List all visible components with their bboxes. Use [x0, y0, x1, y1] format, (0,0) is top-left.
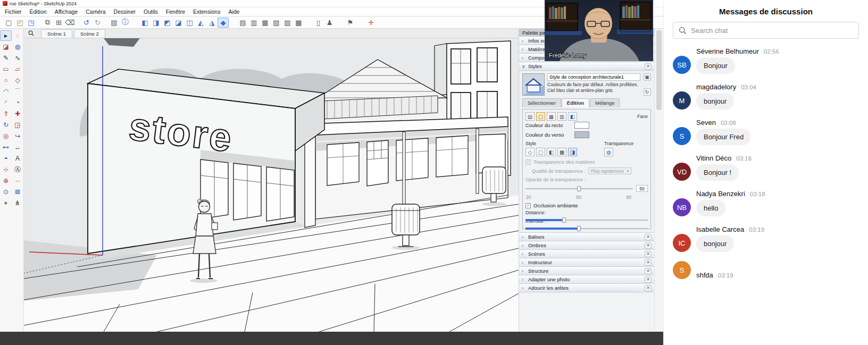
scene-tab-1[interactable]: Scène 1 — [41, 29, 72, 38]
close-icon[interactable]: ✕ — [645, 285, 652, 291]
menu-item[interactable]: Outils — [144, 9, 158, 15]
tray-panel-header[interactable]: › Instructeur ✕ — [519, 258, 654, 267]
ambient-occlusion-checkbox[interactable]: ✓ — [525, 203, 531, 208]
view-tool-1-icon[interactable]: ▤ — [237, 18, 248, 28]
shaded-style-icon[interactable]: ◧ — [547, 148, 556, 156]
update-style-button[interactable]: ▣ — [644, 73, 651, 81]
axes-icon[interactable]: ⊹ — [0, 164, 12, 175]
pie-tool-icon[interactable]: ◔ — [12, 97, 23, 108]
scene-tab-2[interactable]: Scène 2 — [74, 29, 105, 38]
open-file-icon[interactable]: ◰ — [14, 18, 26, 28]
arc-tool-icon[interactable]: ◠ — [0, 86, 12, 97]
offset-tool-icon[interactable]: ◎ — [0, 131, 12, 141]
eraser-tool-icon[interactable]: ◪ — [0, 41, 12, 52]
circle-tool-icon[interactable]: ○ — [0, 75, 12, 86]
shape-tool-tube-icon[interactable]: ◮ — [206, 18, 218, 28]
follow-me-tool-icon[interactable]: ↪ — [12, 131, 23, 141]
paint-bucket-tool-icon[interactable]: ◍ — [12, 41, 23, 52]
rotated-rectangle-tool-icon[interactable]: ▱ — [12, 64, 23, 74]
tray-panel-header[interactable]: › Scènes ✕ — [519, 250, 654, 258]
line-tool-icon[interactable]: ✎ — [0, 53, 12, 63]
component-person-icon[interactable]: ♟ — [324, 18, 335, 28]
close-icon[interactable]: ✕ — [645, 63, 652, 70]
rectangle-tool-icon[interactable]: ▭ — [0, 64, 12, 74]
tray-scrollbar-thumb[interactable] — [656, 30, 662, 110]
position-camera-tool-icon[interactable]: ⌖ — [0, 198, 12, 208]
protractor-tool-icon[interactable]: ◓ — [0, 153, 12, 164]
tray-panel-header[interactable]: › Adapter une photo ✕ — [519, 275, 654, 284]
tray-panel-header[interactable]: › Structure ✕ — [519, 267, 654, 275]
new-file-icon[interactable]: ▢ — [3, 18, 14, 28]
text-note-icon[interactable]: ▯ — [313, 18, 324, 28]
menu-item[interactable]: Aide — [228, 9, 239, 15]
move-tool-icon[interactable]: ✚ — [12, 108, 23, 119]
menu-item[interactable]: Extensions — [193, 9, 220, 15]
tray-panel-header[interactable]: › Balises ✕ — [519, 233, 654, 241]
menu-item[interactable]: Fenêtre — [166, 9, 185, 15]
select-tool-icon[interactable]: ▸ — [0, 30, 12, 41]
menu-item[interactable]: Dessiner — [114, 9, 136, 15]
undo-icon[interactable]: ↺ — [81, 18, 92, 28]
print-icon[interactable]: ▤ — [108, 18, 120, 28]
menu-item[interactable]: Affichage — [55, 9, 78, 15]
tape-measure-tool-icon[interactable]: ⊷ — [0, 142, 12, 153]
intensity-slider-thumb[interactable] — [577, 226, 581, 231]
geolocation-pin-icon[interactable]: ⚑ — [345, 18, 356, 28]
redo-icon[interactable]: ↻ — [92, 18, 103, 28]
shape-tool-wedge-icon[interactable]: ◩ — [162, 18, 173, 28]
push-pull-tool-icon[interactable]: ⇑ — [0, 108, 12, 119]
view-tool-5-icon[interactable]: ▨ — [282, 18, 293, 28]
close-icon[interactable]: ✕ — [645, 242, 652, 249]
view-tool-3-icon[interactable]: ▦ — [260, 18, 271, 28]
dimension-tool-icon[interactable]: ↔ — [12, 142, 23, 153]
menu-item[interactable]: Édition — [30, 9, 47, 15]
monochrome-style-icon[interactable]: ◨ — [568, 148, 577, 156]
close-icon[interactable]: ✕ — [645, 251, 652, 257]
transparency-quality-select[interactable]: Plus rapidement ▾ — [588, 167, 631, 174]
tab-edition[interactable]: Édition — [562, 98, 589, 107]
close-icon[interactable]: ✕ — [645, 276, 652, 283]
3d-viewport[interactable]: store — [24, 38, 519, 332]
view-tool-2-icon[interactable]: ▥ — [248, 18, 260, 28]
front-color-swatch[interactable] — [574, 122, 589, 129]
two-point-arc-tool-icon[interactable]: ⌒ — [12, 86, 23, 97]
polygon-tool-icon[interactable]: ◇ — [12, 75, 23, 86]
text-tool-icon[interactable]: A — [12, 153, 23, 164]
save-icon[interactable]: ◳ — [26, 18, 37, 28]
shape-tool-pyramid-icon[interactable]: ◭ — [195, 18, 206, 28]
model-info-icon[interactable]: ⓘ — [120, 18, 131, 28]
rotate-tool-icon[interactable]: ↻ — [0, 120, 12, 130]
refresh-style-button[interactable]: ↻ — [644, 88, 651, 96]
zoom-tool-icon[interactable]: ⊙ — [0, 187, 12, 197]
wireframe-style-icon[interactable]: ◇ — [525, 148, 535, 156]
material-transparency-checkbox[interactable]: ✓ — [525, 159, 531, 165]
shape-tool-box-icon[interactable]: ◧ — [139, 18, 151, 28]
menu-item[interactable]: Caméra — [86, 9, 105, 15]
back-color-swatch[interactable] — [574, 131, 589, 138]
tab-selectionner[interactable]: Sélectionner — [522, 98, 561, 107]
menu-item[interactable]: Fichier — [5, 9, 22, 15]
opacity-value[interactable]: 50 — [636, 185, 648, 192]
shape-tool-cone-icon[interactable]: ◫ — [184, 18, 195, 28]
shape-tool-cylinder-icon[interactable]: ◨ — [151, 18, 162, 28]
orbit-tool-icon[interactable]: ⊕ — [0, 175, 12, 186]
styles-panel-header[interactable]: ∨ Styles ✕ — [519, 62, 654, 71]
freehand-tool-icon[interactable]: ∿ — [12, 53, 23, 63]
tray-scrollbar[interactable] — [654, 29, 663, 332]
style-thumbnail[interactable] — [522, 73, 545, 96]
view-tool-4-icon[interactable]: ▧ — [271, 18, 282, 28]
opacity-slider-thumb[interactable] — [577, 186, 581, 191]
hidden-line-style-icon[interactable]: ▢ — [536, 148, 545, 156]
tray-panel-header[interactable]: › Ombres ✕ — [519, 241, 654, 250]
three-point-arc-tool-icon[interactable]: ◜ — [0, 97, 12, 108]
tab-melange[interactable]: Mélange — [590, 98, 620, 107]
3d-text-tool-icon[interactable]: Ⓐ — [12, 164, 23, 175]
x-ray-style-icon[interactable]: ◍ — [604, 148, 613, 156]
paste-icon[interactable]: ⊞ — [53, 18, 64, 28]
walk-tool-icon[interactable]: ⋔ — [12, 198, 23, 208]
shaded-textures-style-icon[interactable]: ▩ — [557, 148, 566, 156]
shape-tool-selected-icon[interactable]: ◆ — [218, 18, 229, 28]
view-tool-6-icon[interactable]: ▩ — [293, 18, 304, 28]
lasso-tool-icon[interactable]: ◌ — [12, 30, 23, 41]
close-icon[interactable]: ✕ — [645, 259, 652, 266]
